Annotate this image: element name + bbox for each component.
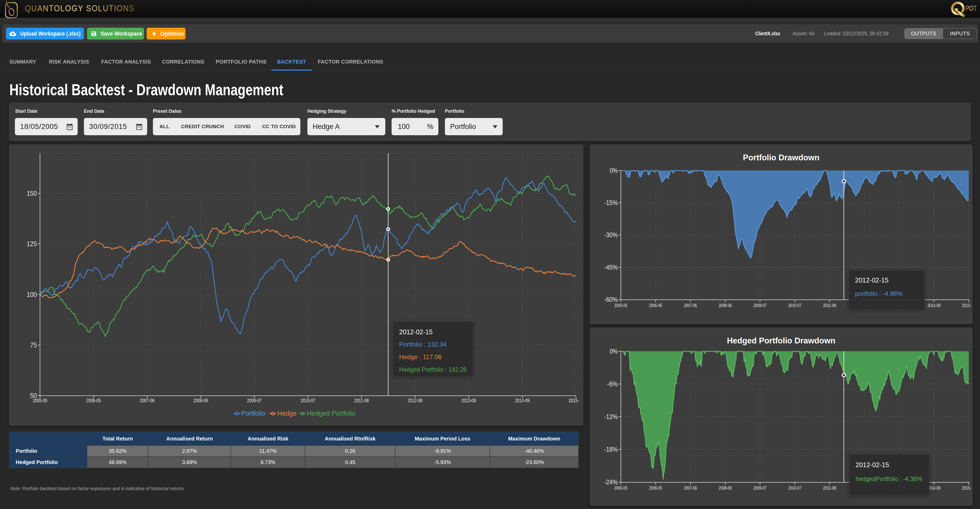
svg-text:2010-07: 2010-07 — [788, 303, 802, 308]
svg-text:2008-06: 2008-06 — [719, 303, 732, 308]
svg-text:100: 100 — [27, 290, 37, 298]
svg-text:2007-06: 2007-06 — [684, 303, 697, 308]
svg-text:2006-05: 2006-05 — [86, 397, 101, 403]
svg-text:2014-09: 2014-09 — [515, 397, 530, 403]
svg-text:2008-06: 2008-06 — [193, 397, 208, 403]
svg-text:125: 125 — [27, 240, 37, 248]
svg-text:2005-05: 2005-05 — [614, 303, 627, 308]
svg-text:2009-07: 2009-07 — [753, 485, 767, 491]
svg-text:2011-08: 2011-08 — [354, 397, 369, 403]
svg-text:2013-08: 2013-08 — [461, 397, 476, 403]
svg-text:-24%: -24% — [604, 478, 618, 486]
svg-text:2015-: 2015- — [568, 397, 579, 403]
svg-text:2015-: 2015- — [962, 303, 971, 308]
svg-text:-6%: -6% — [607, 380, 618, 388]
svg-text:2009-07: 2009-07 — [247, 397, 262, 403]
svg-text:2007-06: 2007-06 — [684, 485, 697, 491]
svg-text:2010-07: 2010-07 — [301, 397, 315, 403]
svg-text:-45%: -45% — [604, 263, 618, 271]
svg-text:-15%: -15% — [604, 199, 618, 207]
svg-text:2009-07: 2009-07 — [753, 303, 767, 308]
svg-text:2012-08: 2012-08 — [408, 397, 422, 403]
svg-text:2007-06: 2007-06 — [140, 397, 154, 403]
svg-text:2010-07: 2010-07 — [788, 485, 802, 491]
svg-text:-12%: -12% — [604, 413, 618, 421]
svg-text:-18%: -18% — [604, 445, 618, 453]
svg-text:2015-: 2015- — [962, 485, 971, 491]
svg-text:2008-06: 2008-06 — [719, 485, 732, 491]
svg-text:2011-08: 2011-08 — [823, 303, 836, 308]
svg-text:2011-08: 2011-08 — [823, 485, 836, 491]
svg-text:2014-09: 2014-09 — [928, 303, 940, 308]
svg-text:75: 75 — [30, 341, 37, 349]
svg-text:2006-05: 2006-05 — [649, 303, 662, 308]
svg-text:2005-05: 2005-05 — [614, 485, 627, 491]
svg-text:0%: 0% — [610, 167, 618, 174]
svg-text:150: 150 — [27, 189, 37, 197]
svg-text:2006-05: 2006-05 — [649, 485, 662, 491]
svg-text:-60%: -60% — [604, 295, 618, 303]
svg-text:-30%: -30% — [604, 231, 618, 239]
svg-text:0%: 0% — [610, 347, 618, 355]
svg-text:50: 50 — [30, 392, 37, 399]
